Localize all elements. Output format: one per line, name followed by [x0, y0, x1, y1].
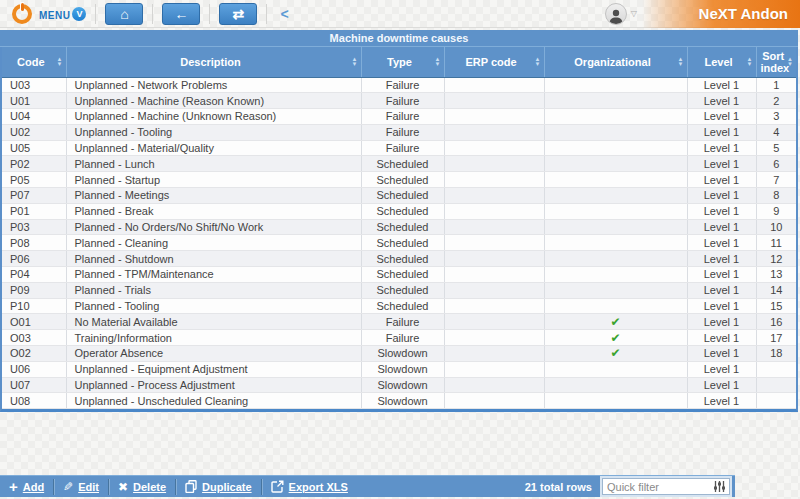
cell-erp: [444, 330, 544, 346]
cell-description: Planned - TPM/Maintenance: [66, 267, 361, 283]
cell-level: Level 1: [687, 93, 756, 109]
cell-sort: 2: [756, 93, 796, 109]
table-row[interactable]: O02Operator AbsenceSlowdown✔Level 118: [2, 346, 796, 362]
org-checkmark-icon: ✔: [610, 315, 620, 329]
table-row[interactable]: U07Unplanned - Process AdjustmentSlowdow…: [2, 377, 796, 393]
sort-icon[interactable]: ▲▼: [352, 57, 358, 67]
cell-erp: [444, 282, 544, 298]
sort-icon[interactable]: ▲▼: [535, 57, 541, 67]
cell-code: P05: [2, 172, 66, 188]
sort-icon[interactable]: ▲▼: [787, 57, 793, 67]
cell-level: Level 1: [687, 77, 756, 93]
home-icon: ⌂: [120, 7, 128, 21]
cell-erp: [444, 172, 544, 188]
cell-sort: 1: [756, 77, 796, 93]
table-row[interactable]: P06Planned - ShutdownScheduledLevel 112: [2, 251, 796, 267]
menu-button[interactable]: Menu V: [39, 6, 86, 22]
sort-icon[interactable]: ▲▼: [57, 57, 63, 67]
cell-sort: [756, 361, 796, 377]
avatar-dropdown-icon[interactable]: ▽: [631, 9, 637, 18]
cell-level: Level 1: [687, 361, 756, 377]
table-row[interactable]: P10Planned - ToolingScheduledLevel 115: [2, 298, 796, 314]
cell-org: [544, 361, 687, 377]
table-row[interactable]: O01No Material AvailableFailure✔Level 11…: [2, 314, 796, 330]
cell-org: [544, 219, 687, 235]
table-row[interactable]: U06Unplanned - Equipment AdjustmentSlowd…: [2, 361, 796, 377]
sort-icon[interactable]: ▲▼: [747, 57, 753, 67]
column-label: Level: [704, 56, 732, 68]
column-header-erp[interactable]: ERP code▲▼: [444, 47, 544, 77]
user-avatar[interactable]: [605, 3, 627, 25]
menu-label: Menu: [39, 6, 70, 22]
column-header-org[interactable]: Organizational▲▼: [544, 47, 687, 77]
table-row[interactable]: U08Unplanned - Unscheduled CleaningSlowd…: [2, 393, 796, 409]
menu-dropdown-icon: V: [72, 7, 86, 21]
collapse-chevron[interactable]: <: [280, 6, 288, 22]
cell-description: Unplanned - Tooling: [66, 124, 361, 140]
divider: [209, 4, 210, 24]
cell-description: Unplanned - Unscheduled Cleaning: [66, 393, 361, 409]
cell-level: Level 1: [687, 172, 756, 188]
quick-filter: [602, 478, 730, 495]
pencil-icon: ✎: [63, 480, 73, 494]
cell-org: [544, 93, 687, 109]
column-header-type[interactable]: Type▲▼: [361, 47, 444, 77]
table-row[interactable]: U05Unplanned - Material/QualityFailureLe…: [2, 140, 796, 156]
filter-sliders-icon[interactable]: [713, 480, 726, 493]
refresh-button[interactable]: ⇄: [219, 3, 257, 25]
table-row[interactable]: U04Unplanned - Machine (Unknown Reason)F…: [2, 109, 796, 125]
table-row[interactable]: P01Planned - BreakScheduledLevel 19: [2, 203, 796, 219]
plus-icon: +: [9, 478, 18, 495]
export-xls-button[interactable]: Export XLS: [262, 476, 357, 497]
column-header-level[interactable]: Level▲▼: [687, 47, 756, 77]
cell-description: Planned - Cleaning: [66, 235, 361, 251]
cell-sort: 14: [756, 282, 796, 298]
table-row[interactable]: P07Planned - MeetingsScheduledLevel 18: [2, 188, 796, 204]
total-rows-label: 21 total rows: [525, 481, 592, 493]
add-button[interactable]: + Add: [0, 476, 53, 497]
table-row[interactable]: P09Planned - TrialsScheduledLevel 114: [2, 282, 796, 298]
sort-icon[interactable]: ▲▼: [678, 57, 684, 67]
cell-description: Unplanned - Equipment Adjustment: [66, 361, 361, 377]
table-row[interactable]: U03Unplanned - Network ProblemsFailureLe…: [2, 77, 796, 93]
back-button[interactable]: ←: [162, 3, 200, 25]
table-row[interactable]: O03Training/InformationFailure✔Level 117: [2, 330, 796, 346]
home-button[interactable]: ⌂: [105, 3, 143, 25]
cell-type: Scheduled: [361, 235, 444, 251]
cell-description: Unplanned - Machine (Unknown Reason): [66, 109, 361, 125]
column-header-sort[interactable]: Sort index▲▼: [756, 47, 796, 77]
cell-type: Failure: [361, 140, 444, 156]
cell-code: U03: [2, 77, 66, 93]
cell-level: Level 1: [687, 140, 756, 156]
table-row[interactable]: P08Planned - CleaningScheduledLevel 111: [2, 235, 796, 251]
table-row[interactable]: P05Planned - StartupScheduledLevel 17: [2, 172, 796, 188]
cell-org: [544, 124, 687, 140]
cell-code: P09: [2, 282, 66, 298]
delete-button[interactable]: ✖ Delete: [109, 476, 175, 497]
cell-org: [544, 251, 687, 267]
table-row[interactable]: P03Planned - No Orders/No Shift/No WorkS…: [2, 219, 796, 235]
sort-icon[interactable]: ▲▼: [435, 57, 441, 67]
cell-org: [544, 109, 687, 125]
column-header-code[interactable]: Code▲▼: [2, 47, 66, 77]
duplicate-button[interactable]: Duplicate: [176, 476, 261, 497]
table-row[interactable]: P04Planned - TPM/MaintenanceScheduledLev…: [2, 267, 796, 283]
cell-level: Level 1: [687, 109, 756, 125]
cell-description: Unplanned - Material/Quality: [66, 140, 361, 156]
cell-sort: 8: [756, 188, 796, 204]
cell-org: [544, 235, 687, 251]
cell-erp: [444, 346, 544, 362]
app-logo-icon: [12, 4, 32, 24]
edit-button[interactable]: ✎ Edit: [54, 476, 108, 497]
table-row[interactable]: U01Unplanned - Machine (Reason Known)Fai…: [2, 93, 796, 109]
quick-filter-input[interactable]: [603, 479, 713, 494]
cell-type: Scheduled: [361, 267, 444, 283]
cell-sort: 5: [756, 140, 796, 156]
cell-level: Level 1: [687, 203, 756, 219]
cell-description: Training/Information: [66, 330, 361, 346]
column-header-description[interactable]: Description▲▼: [66, 47, 361, 77]
cell-org: [544, 267, 687, 283]
table-row[interactable]: U02Unplanned - ToolingFailureLevel 14: [2, 124, 796, 140]
column-label: Type: [387, 56, 412, 68]
table-row[interactable]: P02Planned - LunchScheduledLevel 16: [2, 156, 796, 172]
